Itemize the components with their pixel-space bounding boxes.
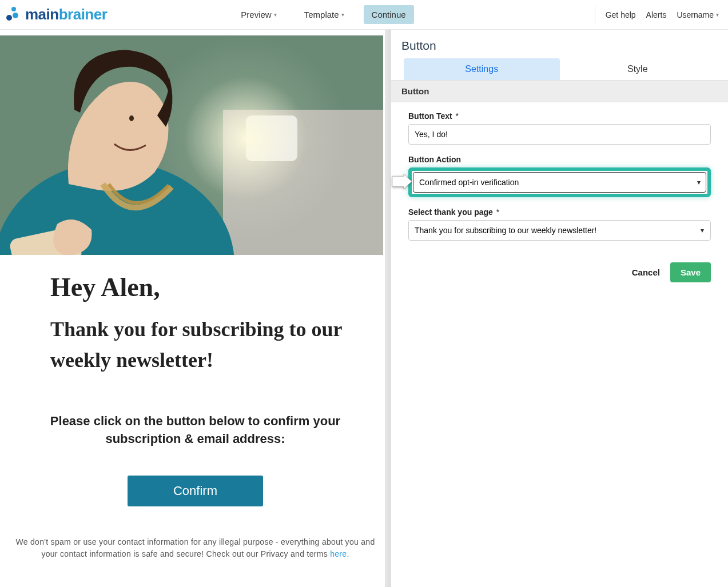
caret-down-icon: ▾ (341, 11, 344, 18)
button-action-highlight: ▾ (408, 167, 711, 197)
instruction-text: Please click on the button below to conf… (34, 413, 356, 448)
thankyou-page-label: Select thank you page * (408, 207, 711, 217)
footnote-link[interactable]: here (330, 549, 347, 558)
get-help-link[interactable]: Get help (606, 10, 636, 19)
tab-strip: Settings Style (391, 58, 728, 80)
svg-point-2 (11, 7, 16, 11)
topbar: mainbrainer Preview ▾ Template ▾ Continu… (0, 0, 728, 30)
footnote-body: We don't spam or use your contact inform… (15, 537, 375, 559)
button-text-label: Button Text * (408, 111, 711, 121)
username-menu[interactable]: Username ▾ (677, 10, 719, 19)
thankyou-page-select[interactable] (408, 220, 711, 241)
alerts-link[interactable]: Alerts (646, 10, 667, 19)
username-label: Username (677, 10, 714, 19)
button-action-label: Button Action (408, 155, 711, 164)
cancel-button[interactable]: Cancel (628, 263, 663, 282)
callout-arrow-icon (392, 174, 412, 191)
svg-point-1 (13, 13, 18, 18)
hero-image (0, 35, 383, 255)
confirm-button[interactable]: Confirm (128, 476, 263, 506)
greeting-text: Hey Alen, (50, 272, 391, 302)
template-label: Template (304, 10, 339, 19)
tab-style[interactable]: Style (560, 58, 716, 80)
footnote-tail: . (347, 549, 349, 558)
svg-point-0 (6, 15, 12, 21)
template-menu[interactable]: Template ▾ (296, 5, 352, 24)
footnote-text: We don't spam or use your contact inform… (14, 536, 377, 561)
panel-title: Button (391, 30, 728, 58)
separator (595, 6, 595, 24)
logo-mark-icon (5, 5, 22, 24)
properties-panel: Button Settings Style Button Button Text… (391, 30, 728, 587)
tab-settings[interactable]: Settings (404, 58, 560, 80)
button-action-select[interactable] (413, 172, 706, 193)
save-button[interactable]: Save (670, 262, 711, 282)
logo[interactable]: mainbrainer (5, 5, 107, 24)
logo-text: mainbrainer (25, 6, 107, 23)
continue-button[interactable]: Continue (364, 5, 414, 24)
preview-menu[interactable]: Preview ▾ (233, 5, 284, 24)
caret-down-icon: ▾ (716, 11, 719, 18)
continue-label: Continue (372, 10, 406, 19)
preview-label: Preview (241, 10, 271, 19)
button-text-input[interactable] (408, 124, 711, 145)
thankyou-text: Thank you for subscribing to our weekly … (50, 314, 356, 376)
svg-point-8 (129, 115, 134, 121)
email-preview-pane: Hey Alen, Thank you for subscribing to o… (0, 30, 391, 587)
thankyou-select-wrap: ▾ (408, 220, 711, 241)
section-header: Button (391, 80, 728, 102)
caret-down-icon: ▾ (274, 11, 277, 18)
